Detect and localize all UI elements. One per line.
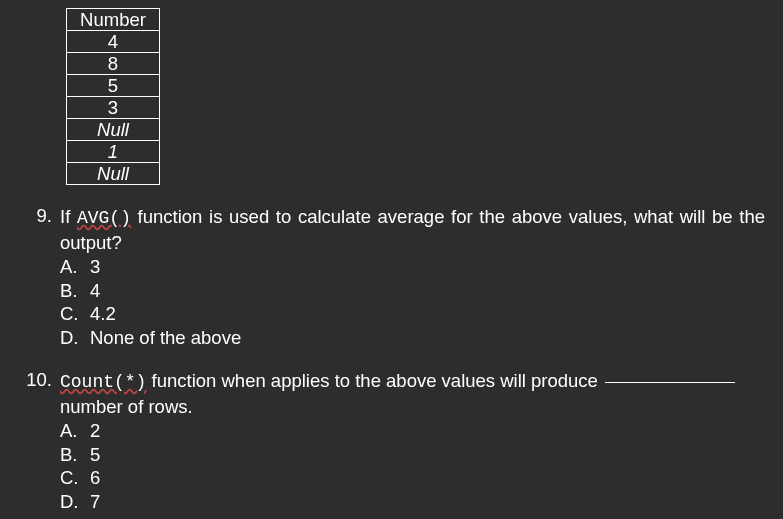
table-row: 5: [67, 75, 160, 97]
table-row: 4: [67, 31, 160, 53]
option-text: 6: [90, 466, 100, 490]
options: A. 2 B. 5 C. 6 D. 7: [60, 419, 765, 513]
table-cell: 5: [67, 75, 160, 97]
option-letter: D.: [60, 326, 90, 350]
option-letter: C.: [60, 302, 90, 326]
stem-text: function when applies to the above value…: [146, 370, 603, 391]
table-cell: 8: [67, 53, 160, 75]
table-row: Null: [67, 119, 160, 141]
question-list: 9. If AVG() function is used to calculat…: [18, 205, 765, 513]
question-number: 9.: [18, 205, 60, 227]
stem-text: number of rows.: [60, 396, 193, 417]
fill-blank: [605, 381, 735, 383]
option-text: 2: [90, 419, 100, 443]
option-b: B. 4: [60, 279, 765, 303]
table-header-row: Number: [67, 9, 160, 31]
option-d: D. None of the above: [60, 326, 765, 350]
option-letter: D.: [60, 490, 90, 514]
number-table-wrap: Number 4 8 5 3 Null 1 Null: [66, 8, 765, 185]
option-c: C. 4.2: [60, 302, 765, 326]
question-stem: If AVG() function is used to calculate a…: [60, 205, 765, 254]
option-letter: A.: [60, 419, 90, 443]
option-letter: B.: [60, 279, 90, 303]
table-row: 8: [67, 53, 160, 75]
table-row: Null: [67, 163, 160, 185]
table-header: Number: [67, 9, 160, 31]
option-letter: C.: [60, 466, 90, 490]
code-literal: AVG(): [77, 208, 131, 228]
table-cell: Null: [67, 163, 160, 185]
option-text: 4.2: [90, 302, 116, 326]
question-number: 10.: [18, 369, 60, 391]
table-cell: 3: [67, 97, 160, 119]
table-row: 1: [67, 141, 160, 163]
option-a: A. 2: [60, 419, 765, 443]
code-literal: Count(*): [60, 372, 146, 392]
question-9: 9. If AVG() function is used to calculat…: [18, 205, 765, 349]
option-d: D. 7: [60, 490, 765, 514]
table-cell: 4: [67, 31, 160, 53]
option-text: 4: [90, 279, 100, 303]
question-body: Count(*) function when applies to the ab…: [60, 369, 765, 513]
option-text: None of the above: [90, 326, 241, 350]
option-letter: B.: [60, 443, 90, 467]
number-table: Number 4 8 5 3 Null 1 Null: [66, 8, 160, 185]
table-cell: Null: [67, 119, 160, 141]
table-row: 3: [67, 97, 160, 119]
question-10: 10. Count(*) function when applies to th…: [18, 369, 765, 513]
option-text: 7: [90, 490, 100, 514]
option-b: B. 5: [60, 443, 765, 467]
stem-text: function is used to calculate average fo…: [60, 206, 765, 253]
option-letter: A.: [60, 255, 90, 279]
document-page: Number 4 8 5 3 Null 1 Null 9. If AVG() f…: [0, 0, 783, 519]
option-a: A. 3: [60, 255, 765, 279]
question-body: If AVG() function is used to calculate a…: [60, 205, 765, 349]
stem-text: If: [60, 206, 77, 227]
option-text: 5: [90, 443, 100, 467]
option-text: 3: [90, 255, 100, 279]
option-c: C. 6: [60, 466, 765, 490]
question-stem: Count(*) function when applies to the ab…: [60, 369, 765, 418]
options: A. 3 B. 4 C. 4.2 D. None of the above: [60, 255, 765, 349]
table-cell: 1: [67, 141, 160, 163]
